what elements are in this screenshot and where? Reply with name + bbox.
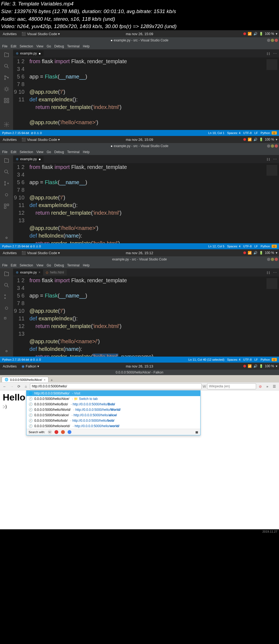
status-eol[interactable]: LF	[254, 131, 258, 135]
menu-help[interactable]: Help	[83, 150, 90, 154]
code-content[interactable]: from flask import Flask, render_template…	[29, 57, 263, 130]
expand-icon[interactable]: ▦	[195, 430, 198, 434]
search-engine-opera-icon[interactable]	[54, 430, 58, 434]
app-menu[interactable]: ⬛Visual Studio Code ▾	[19, 138, 62, 142]
status-problems[interactable]: ⊘ 0 ⚠ 0	[31, 131, 42, 135]
debug-icon[interactable]	[3, 305, 10, 311]
scm-icon[interactable]	[3, 180, 10, 187]
status-cursor[interactable]: Ln 10, Col 1	[208, 131, 224, 135]
search-engine-duckduckgo-icon[interactable]	[61, 430, 65, 434]
menu-selection[interactable]: Selection	[20, 263, 33, 267]
menu-go[interactable]: Go	[47, 263, 51, 267]
explorer-icon[interactable]	[3, 271, 10, 277]
tab-hello-html[interactable]: ◇hello.html	[43, 269, 66, 275]
menu-go[interactable]: Go	[47, 150, 51, 154]
power-icon[interactable]: ▾	[276, 32, 277, 36]
scm-icon[interactable]	[3, 74, 10, 81]
menu-terminal[interactable]: Terminal	[67, 44, 80, 48]
menu-terminal[interactable]: Terminal	[67, 263, 80, 267]
network-icon[interactable]: 📶	[248, 32, 252, 36]
search-icon[interactable]	[3, 282, 10, 288]
status-feedback[interactable]: ☺	[272, 131, 277, 135]
forward-button[interactable]: →	[9, 383, 15, 389]
split-editor-icon[interactable]: ⫿⫿	[266, 51, 270, 56]
menu-file[interactable]: File	[2, 150, 7, 154]
app-menu[interactable]: ⬛Visual Studio Code ▾	[19, 32, 62, 36]
menu-edit[interactable]: Edit	[11, 150, 16, 154]
search-icon[interactable]	[3, 169, 10, 175]
status-encoding[interactable]: UTF-8	[243, 131, 252, 135]
menu-terminal[interactable]: Terminal	[67, 150, 80, 154]
menu-help[interactable]: Help	[83, 263, 90, 267]
menu-icon[interactable]: ☰	[271, 383, 277, 389]
menu-help[interactable]: Help	[83, 44, 90, 48]
code-editor[interactable]: 1 2 3 4 5 6 7 8 9 10 11 12 13 from flask…	[13, 277, 279, 357]
menu-selection[interactable]: Selection	[20, 150, 33, 154]
home-button[interactable]: ⌂	[23, 383, 29, 389]
dropdown-item[interactable]: 🕘0.0.0.0:5000/hello/world/ - http://0.0.…	[26, 423, 200, 429]
clock[interactable]: ma nov 26, 15:09	[126, 32, 153, 36]
search-bar[interactable]	[207, 383, 256, 389]
battery-icon[interactable]: 🔋	[259, 32, 263, 36]
tab-example-py[interactable]: ⊕example.py●	[13, 156, 44, 162]
dropdown-item[interactable]: 🕘0.0.0.0:5000/hello/World/ - http://0.0.…	[26, 407, 200, 412]
system-tray[interactable]: 📶 🔊 🔋 100 % ▾	[243, 32, 277, 36]
status-python[interactable]: Python 2.7.15 64-bit	[2, 131, 29, 135]
url-bar[interactable]	[30, 383, 202, 389]
chevron-icon[interactable]: »	[264, 383, 270, 389]
menu-selection[interactable]: Selection	[20, 44, 33, 48]
new-tab-button[interactable]: +	[50, 378, 54, 382]
browser-tab[interactable]: 🌐 0.0.0.0:5000/hello/Alice/ ×	[2, 377, 48, 382]
menu-view[interactable]: View	[36, 263, 43, 267]
menu-debug[interactable]: Debug	[54, 263, 64, 267]
notification-icon[interactable]	[243, 32, 246, 35]
volume-icon[interactable]: 🔊	[253, 32, 257, 36]
close-button[interactable]	[275, 39, 278, 42]
back-button[interactable]: ←	[2, 383, 8, 389]
dropdown-item[interactable]: 🕘0.0.0.0:5000/hello/Alice/ - 📁 Switch to…	[26, 396, 200, 402]
menu-view[interactable]: View	[36, 150, 43, 154]
browser-viewport[interactable]: Hello A :-) 🌐 http://0.0.0.0:5000/hello/…	[0, 390, 279, 529]
minimap[interactable]	[263, 57, 279, 130]
settings-gear-icon[interactable]	[3, 235, 10, 241]
code-editor[interactable]: 1 2 3 4 5 6 7 8 9 10 11 from flask impor…	[13, 57, 279, 130]
minimize-button[interactable]	[267, 39, 270, 42]
menu-debug[interactable]: Debug	[54, 44, 64, 48]
dropdown-item[interactable]: 🕘0.0.0.0:5000/hello/Bob/ - http://0.0.0.…	[26, 402, 200, 407]
extensions-icon[interactable]	[3, 316, 10, 323]
menu-edit[interactable]: Edit	[11, 263, 16, 267]
status-lang[interactable]: Python	[261, 131, 270, 135]
dropdown-item[interactable]: 🕘0.0.0.0:5000/hello/alice/ - http://0.0.…	[26, 412, 200, 418]
settings-gear-icon[interactable]	[3, 121, 10, 128]
menu-edit[interactable]: Edit	[11, 44, 16, 48]
dropdown-item-selected[interactable]: 🌐 http://0.0.0.0:5000/hello/ - Visit	[26, 391, 200, 396]
adblock-icon[interactable]: ⊘	[257, 383, 263, 389]
extensions-icon[interactable]	[3, 97, 10, 104]
tab-example-py[interactable]: ⊕ example.py ●	[13, 50, 44, 56]
menu-file[interactable]: File	[2, 44, 7, 48]
search-engine-google-icon[interactable]	[68, 430, 71, 434]
settings-gear-icon[interactable]	[3, 348, 10, 354]
more-icon[interactable]: ⋯	[273, 51, 277, 56]
tab-example-py[interactable]: ⊕example.py×	[13, 269, 43, 275]
clock[interactable]: ma nov 26, 15:09	[126, 138, 153, 142]
tab-close-icon[interactable]: ×	[44, 378, 45, 381]
debug-icon[interactable]	[3, 192, 10, 198]
debug-icon[interactable]	[3, 86, 10, 92]
explorer-icon[interactable]	[3, 51, 10, 58]
status-spaces[interactable]: Spaces: 4	[227, 131, 241, 135]
menu-go[interactable]: Go	[47, 44, 51, 48]
menu-view[interactable]: View	[36, 44, 43, 48]
menu-debug[interactable]: Debug	[54, 150, 64, 154]
reload-button[interactable]: ⟳	[16, 383, 22, 389]
menu-file[interactable]: File	[2, 263, 7, 267]
activities-button[interactable]: Activities	[0, 138, 19, 142]
search-icon[interactable]	[3, 63, 10, 69]
extensions-icon[interactable]	[3, 203, 10, 209]
maximize-button[interactable]	[271, 39, 274, 42]
explorer-icon[interactable]	[3, 157, 10, 164]
tab-close-icon[interactable]: ×	[38, 271, 40, 274]
activities-button[interactable]: Activities	[0, 32, 19, 36]
dropdown-item[interactable]: 🕘0.0.0.0:5000/hello/bob/ - http://0.0.0.…	[26, 418, 200, 423]
search-engine-wikipedia-icon[interactable]: W	[48, 430, 52, 434]
